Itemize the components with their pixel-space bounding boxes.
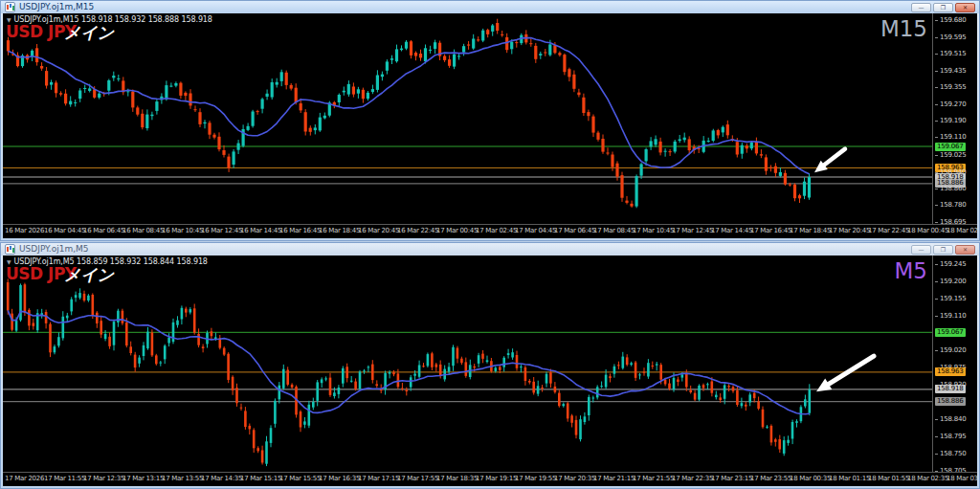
symbol-dropdown-icon[interactable]: ▼: [7, 258, 11, 265]
time-label: 18 Mar 02:35: [907, 475, 948, 482]
time-label: 16 Mar 2026: [5, 227, 44, 234]
time-label: 17 Mar 12:45: [672, 227, 713, 234]
price-tag: 159.067: [935, 328, 966, 337]
time-label: 17 Mar 04:45: [515, 227, 556, 234]
overlay-note-label: メイン: [64, 264, 114, 286]
price-tick: 158.840: [940, 415, 967, 424]
time-label: 16 Mar 04:45: [44, 227, 85, 234]
metatrader-workspace: { "ui": { "background": "#bcd0e8", "drop…: [0, 0, 980, 489]
time-label: 17 Mar 16:45: [750, 227, 791, 234]
candlestick-canvas[interactable]: [3, 13, 932, 225]
restore-button[interactable]: ❐: [933, 3, 953, 12]
time-label: 16 Mar 12:45: [201, 227, 242, 234]
annotation-arrow[interactable]: [814, 149, 845, 173]
price-tick: 159.110: [940, 312, 967, 321]
window-title: USDJPY.oj1m,M5: [19, 243, 89, 256]
time-label: 17 Mar 17:55: [397, 475, 438, 482]
time-label: 17 Mar 13:55: [162, 475, 203, 482]
time-label: 16 Mar 08:45: [122, 227, 164, 234]
time-label: 18 Mar 01:15: [829, 475, 870, 482]
price-tick: 158.750: [940, 450, 967, 458]
chart-window-m15: USDJPY.oj1m,M15 — ❐ ✕ ▼ USDJPY.oj1m,M15 …: [0, 0, 980, 241]
window-controls: — ❐ ✕: [911, 3, 975, 12]
price-tick: 159.245: [940, 260, 967, 269]
price-tag: 158.886: [935, 397, 966, 406]
restore-icon: ❐: [941, 4, 946, 11]
time-label: 17 Mar 17:15: [358, 475, 399, 482]
price-axis[interactable]: 159.245159.200159.155159.110159.067159.0…: [934, 256, 977, 473]
close-button[interactable]: ✕: [955, 3, 975, 12]
price-tick: 159.680: [940, 16, 967, 25]
candlestick-canvas[interactable]: [3, 256, 932, 473]
time-label: 16 Mar 20:45: [358, 227, 399, 234]
time-label: 17 Mar 15:55: [279, 475, 321, 482]
price-tick: 159.270: [940, 100, 967, 109]
time-label: 17 Mar 11:55: [44, 475, 85, 482]
minimize-button[interactable]: —: [911, 245, 931, 255]
symbol-dropdown-icon[interactable]: ▼: [7, 16, 11, 23]
price-tick: 158.780: [940, 201, 967, 210]
moving-average-line: [9, 38, 810, 174]
price-tick: 159.515: [940, 50, 967, 58]
price-tick: 159.355: [940, 83, 967, 92]
price-tick: 159.200: [940, 278, 967, 286]
time-label: 17 Mar 19:15: [476, 475, 517, 482]
timeframe-badge: M15: [880, 16, 927, 41]
close-icon: ✕: [963, 4, 968, 11]
time-label: 17 Mar 18:45: [790, 227, 831, 234]
candles-layer: [7, 19, 811, 209]
time-label: 17 Mar 22:35: [672, 475, 713, 482]
minimize-button[interactable]: —: [911, 3, 931, 12]
time-label: 18 Mar 02:45: [947, 227, 977, 234]
price-tick: 158.860: [940, 185, 967, 193]
chart-window-icon: [5, 2, 15, 12]
price-lines-layer[interactable]: [3, 332, 932, 401]
time-label: 17 Mar 21:15: [593, 475, 635, 482]
time-label: 17 Mar 14:35: [201, 475, 242, 482]
time-label: 17 Mar 10:45: [633, 227, 674, 234]
time-label: 16 Mar 22:45: [397, 227, 438, 234]
time-label: 17 Mar 13:15: [122, 475, 164, 482]
chart-plot-area[interactable]: ▼ USDJPY.oj1m,M15 158.918 158.932 158.88…: [3, 13, 933, 225]
chart-client-area: ▼ USDJPY.oj1m,M5 158.859 158.932 158.844…: [3, 256, 977, 486]
time-axis[interactable]: 17 Mar 202617 Mar 11:5517 Mar 12:3517 Ma…: [3, 472, 977, 486]
time-label: 17 Mar 15:15: [240, 475, 281, 482]
time-label: 17 Mar 14:45: [711, 227, 752, 234]
time-label: 17 Mar 23:15: [711, 475, 752, 482]
price-tick: 159.595: [940, 33, 967, 42]
minimize-icon: —: [919, 246, 924, 253]
time-label: 17 Mar 20:35: [554, 475, 595, 482]
time-label: 17 Mar 00:45: [436, 227, 478, 234]
price-tick: 158.795: [940, 433, 967, 441]
time-label: 17 Mar 08:45: [593, 227, 635, 234]
ohlc-info-text: USDJPY.oj1m,M5 158.859 158.932 158.844 1…: [14, 257, 208, 266]
annotation-arrow[interactable]: [816, 356, 874, 391]
time-label: 17 Mar 12:35: [83, 475, 124, 482]
price-lines-layer[interactable]: [3, 146, 932, 184]
time-label: 17 Mar 23:55: [750, 475, 791, 482]
time-label: 16 Mar 06:45: [83, 227, 124, 234]
close-button[interactable]: ✕: [955, 245, 975, 255]
chart-window-icon: [5, 244, 15, 255]
overlay-note-label: メイン: [64, 22, 114, 44]
ohlc-info-line[interactable]: ▼ USDJPY.oj1m,M15 158.918 158.932 158.88…: [7, 15, 212, 24]
time-label: 17 Mar 22:45: [868, 227, 909, 234]
time-label: 17 Mar 18:35: [436, 475, 478, 482]
price-axis[interactable]: 159.680159.595159.515159.435159.355159.2…: [934, 13, 977, 225]
time-label: 17 Mar 21:55: [633, 475, 674, 482]
restore-button[interactable]: ❐: [933, 245, 953, 255]
time-label: 17 Mar 20:45: [829, 227, 870, 234]
time-label: 17 Mar 19:55: [515, 475, 556, 482]
window-titlebar[interactable]: USDJPY.oj1m,M5 — ❐ ✕: [1, 243, 979, 256]
price-tag: 158.963: [935, 367, 966, 376]
time-label: 16 Mar 14:45: [240, 227, 281, 234]
time-axis[interactable]: 16 Mar 202616 Mar 04:4516 Mar 06:4516 Ma…: [3, 224, 977, 238]
time-label: 18 Mar 00:45: [907, 227, 948, 234]
time-label: 17 Mar 02:45: [476, 227, 517, 234]
window-titlebar[interactable]: USDJPY.oj1m,M15 — ❐ ✕: [1, 1, 979, 13]
ohlc-info-text: USDJPY.oj1m,M15 158.918 158.932 158.888 …: [14, 15, 212, 24]
price-tick: 159.190: [940, 117, 967, 125]
chart-plot-area[interactable]: ▼ USDJPY.oj1m,M5 158.859 158.932 158.844…: [3, 256, 933, 473]
ohlc-info-line[interactable]: ▼ USDJPY.oj1m,M5 158.859 158.932 158.844…: [7, 257, 208, 266]
restore-icon: ❐: [941, 246, 946, 253]
